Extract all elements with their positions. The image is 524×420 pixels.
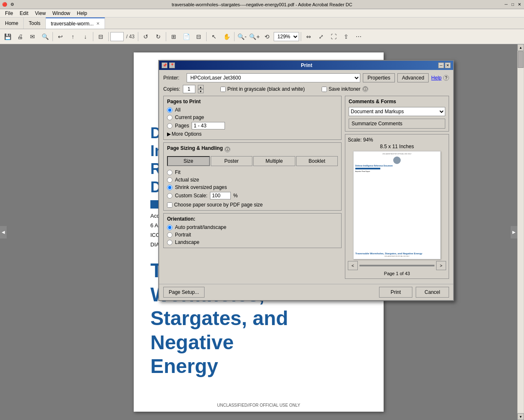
- maximize-btn[interactable]: □: [510, 2, 516, 7]
- radio-all[interactable]: [167, 107, 172, 113]
- cursor-tool[interactable]: ↖: [208, 31, 220, 42]
- radio-all-item[interactable]: All: [167, 107, 338, 113]
- custom-scale-input[interactable]: [210, 192, 231, 199]
- save-button[interactable]: 💾: [2, 31, 13, 42]
- zoom-out-button[interactable]: 🔍-: [236, 31, 248, 42]
- summarize-comments-button[interactable]: Summarize Comments: [349, 119, 445, 129]
- preview-slider[interactable]: [359, 265, 434, 266]
- menu-help[interactable]: Help: [74, 10, 91, 17]
- shrink-item[interactable]: Shrink oversized pages: [167, 184, 338, 190]
- menu-edit[interactable]: Edit: [16, 10, 32, 17]
- choose-paper-checkbox[interactable]: [167, 202, 172, 208]
- copies-up-btn[interactable]: ▲: [198, 85, 204, 89]
- redo-button[interactable]: ↻: [152, 31, 164, 42]
- tab-document[interactable]: traversable-worm... ✕: [46, 17, 105, 29]
- custom-scale-radio[interactable]: [167, 193, 172, 199]
- close-btn[interactable]: ✕: [517, 2, 522, 7]
- radio-current[interactable]: [167, 115, 172, 120]
- shrink-radio[interactable]: [167, 185, 172, 190]
- auto-orient-radio[interactable]: [167, 225, 172, 230]
- page-input[interactable]: 1: [110, 32, 124, 41]
- fit-width-button[interactable]: ⇔: [303, 31, 314, 42]
- pages-range-input[interactable]: [192, 122, 225, 129]
- copies-input[interactable]: [183, 85, 195, 93]
- preview-header: UNCLASSIFIED//FOR OFFICIAL USE ONLY: [355, 153, 439, 155]
- size-button[interactable]: Size: [167, 156, 210, 166]
- booklet-button[interactable]: Booklet: [296, 156, 338, 166]
- fit-page-button[interactable]: ⤢: [315, 31, 327, 42]
- copies-down-btn[interactable]: ▼: [198, 89, 204, 93]
- help-link[interactable]: Help: [431, 75, 442, 81]
- tab-close-icon[interactable]: ✕: [96, 21, 100, 26]
- dialog-close-btn[interactable]: ✕: [445, 62, 451, 68]
- share-button[interactable]: ⇪: [340, 31, 352, 42]
- fit-item[interactable]: Fit: [167, 169, 338, 175]
- copies-group: Copies: ▲ ▼: [163, 85, 204, 93]
- menu-file[interactable]: File: [2, 10, 16, 17]
- tab-tools[interactable]: Tools: [24, 17, 46, 29]
- cancel-button[interactable]: Cancel: [416, 287, 449, 298]
- more-options-toggle[interactable]: ▶ More Options: [167, 131, 338, 137]
- print-confirm-button[interactable]: Print: [379, 287, 412, 298]
- radio-pages[interactable]: [167, 123, 172, 129]
- dialog-pin-icon[interactable]: 📌: [162, 62, 167, 68]
- print-button[interactable]: 🖨: [14, 31, 26, 42]
- custom-scale-item[interactable]: Custom Scale:: [167, 193, 207, 199]
- menu-view[interactable]: View: [32, 10, 49, 17]
- minimize-btn[interactable]: ─: [503, 2, 509, 7]
- landscape-item[interactable]: Landscape: [167, 239, 338, 245]
- hand-tool[interactable]: ✋: [221, 31, 232, 42]
- app-icon: 🔴: [2, 2, 7, 7]
- multiple-button[interactable]: Multiple: [253, 156, 295, 166]
- poster-button[interactable]: Poster: [211, 156, 253, 166]
- layout-button[interactable]: ⊟: [193, 31, 205, 42]
- orientation-title: Orientation:: [167, 216, 338, 222]
- menu-window[interactable]: Window: [49, 10, 74, 17]
- prev-page-button[interactable]: ↑: [67, 31, 79, 42]
- page-setup-button[interactable]: Page Setup...: [163, 287, 205, 298]
- comments-select[interactable]: Document and Markups Document Form Field…: [349, 107, 445, 116]
- fit-radio[interactable]: [167, 170, 172, 175]
- properties-button[interactable]: Properties: [363, 73, 395, 82]
- landscape-radio[interactable]: [167, 240, 172, 245]
- help-icon[interactable]: ?: [443, 75, 449, 81]
- grayscale-checkbox[interactable]: [220, 87, 226, 92]
- sizing-info-icon[interactable]: ⓘ: [225, 147, 230, 152]
- pages-radio-group: All Current page Pages: [167, 107, 338, 129]
- portrait-radio[interactable]: [167, 232, 172, 238]
- actual-size-radio[interactable]: [167, 177, 172, 183]
- find-button[interactable]: 🔍: [39, 31, 51, 42]
- sizing-section-title: Page Sizing & Handling: [167, 145, 223, 151]
- save-ink-info-icon[interactable]: ⓘ: [362, 86, 368, 92]
- pages-button[interactable]: 📄: [180, 31, 192, 42]
- preview-next-btn[interactable]: >: [436, 261, 446, 270]
- toolbar-separator-2: [93, 32, 93, 41]
- advanced-button[interactable]: Advanced: [397, 73, 429, 82]
- next-page-button[interactable]: ↓: [80, 31, 91, 42]
- auto-orient-item[interactable]: Auto portrait/landscape: [167, 224, 338, 230]
- custom-scale-row: Custom Scale: %: [167, 192, 338, 199]
- dialog-unpin-icon[interactable]: 📍: [169, 62, 175, 68]
- tab-home[interactable]: Home: [0, 17, 24, 29]
- preview-blue-bar: [355, 168, 380, 169]
- zoom-in-button[interactable]: 🔍+: [249, 31, 260, 42]
- bookmark-button[interactable]: ⊟: [95, 31, 107, 42]
- radio-current-item[interactable]: Current page: [167, 114, 338, 120]
- page-total: / 43: [126, 34, 135, 40]
- portrait-item[interactable]: Portrait: [167, 232, 338, 238]
- full-screen-button[interactable]: ⛶: [328, 31, 339, 42]
- save-ink-checkbox[interactable]: [322, 87, 327, 92]
- printer-select[interactable]: HPColorLaser Jet3600: [187, 73, 360, 82]
- rotate-button[interactable]: ⟲: [261, 31, 273, 42]
- preview-prev-btn[interactable]: <: [348, 261, 358, 270]
- email-button[interactable]: ✉: [27, 31, 38, 42]
- scale-value: 94%: [363, 137, 373, 143]
- content-button[interactable]: ⊞: [168, 31, 180, 42]
- prev-view-button[interactable]: ↩: [55, 31, 66, 42]
- radio-pages-item[interactable]: Pages: [167, 123, 189, 129]
- dialog-minimize-btn[interactable]: ─: [438, 62, 444, 68]
- undo-button[interactable]: ↺: [140, 31, 152, 42]
- actual-size-item[interactable]: Actual size: [167, 177, 338, 183]
- zoom-selector[interactable]: 129% 100% 75% 50%: [274, 32, 299, 41]
- more-tools-button[interactable]: ⋯: [353, 31, 364, 42]
